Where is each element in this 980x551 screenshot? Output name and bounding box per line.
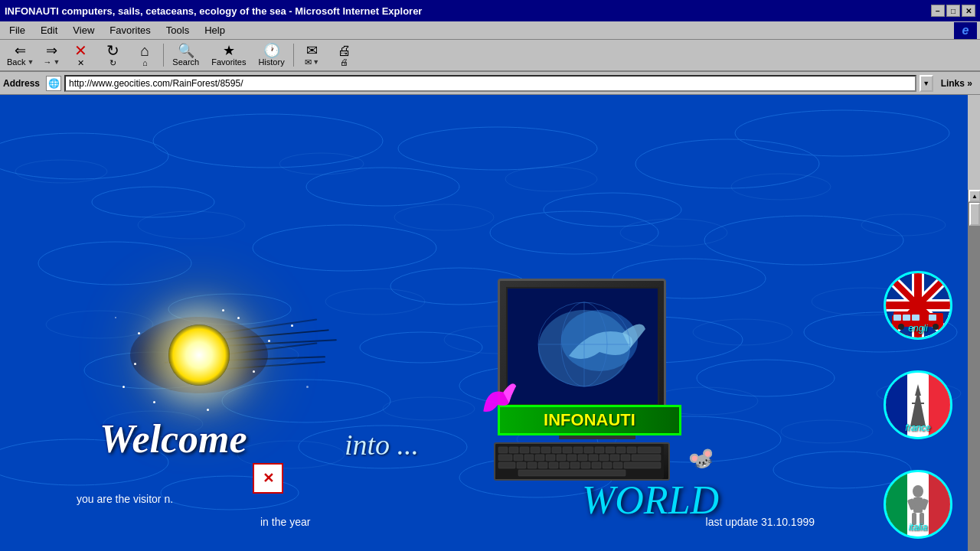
- svg-rect-59: [498, 447, 508, 453]
- glowing-orb: [168, 324, 230, 386]
- minimize-button[interactable]: −: [931, 5, 945, 17]
- france-flag: france: [886, 373, 950, 437]
- svg-point-122: [913, 485, 923, 497]
- infonauti-banner[interactable]: INFONAUTI: [498, 405, 681, 435]
- forward-nav: ⇒ → ▼: [39, 41, 64, 70]
- title-bar: INFONAUTI computers, sails, cetaceans, e…: [0, 0, 980, 21]
- english-button[interactable]: engli: [884, 271, 952, 340]
- water-ripples: [0, 95, 968, 551]
- broken-image: ✕: [253, 463, 283, 494]
- svg-rect-69: [606, 447, 615, 453]
- menu-help[interactable]: Help: [198, 23, 231, 37]
- svg-point-49: [781, 420, 873, 443]
- svg-rect-0: [0, 95, 968, 551]
- print-button[interactable]: 🖨 🖨: [329, 41, 360, 70]
- svg-rect-72: [638, 447, 661, 453]
- menu-tools[interactable]: Tools: [160, 23, 195, 37]
- dolphin-on-screen: [508, 287, 658, 406]
- scroll-up-button[interactable]: ▲: [969, 190, 980, 202]
- svg-rect-90: [549, 462, 558, 468]
- scroll-track[interactable]: [969, 202, 980, 551]
- svg-rect-116: [929, 315, 936, 321]
- menu-bar: File Edit View Favorites Tools Help e: [0, 21, 980, 40]
- svg-point-1: [0, 133, 168, 179]
- window-controls: − □ ✕: [931, 5, 975, 17]
- sparkle-9: [207, 409, 209, 411]
- close-button[interactable]: ✕: [962, 5, 975, 17]
- svg-rect-86: [498, 462, 515, 468]
- svg-rect-77: [546, 455, 555, 461]
- mail-button[interactable]: ✉ ✉ ▼: [297, 41, 328, 70]
- svg-point-6: [544, 193, 681, 227]
- svg-point-18: [360, 332, 482, 363]
- svg-point-111: [898, 324, 904, 330]
- italia-button[interactable]: italia: [884, 470, 952, 539]
- scrollbar-right[interactable]: ▲ ▼: [968, 190, 980, 551]
- svg-rect-115: [912, 315, 920, 321]
- search-button[interactable]: 🔍 Search: [167, 41, 204, 70]
- svg-rect-96: [613, 462, 622, 468]
- sparkle-8: [134, 363, 136, 365]
- bird-svg: [470, 374, 524, 428]
- menu-favorites[interactable]: Favorites: [103, 23, 156, 37]
- svg-rect-93: [581, 462, 590, 468]
- address-dropdown[interactable]: ▼: [920, 75, 933, 92]
- svg-point-21: [697, 360, 835, 396]
- svg-rect-63: [541, 447, 550, 453]
- sparkle-7: [268, 340, 270, 342]
- scroll-thumb[interactable]: [969, 203, 980, 226]
- svg-point-46: [383, 397, 475, 420]
- refresh-icon: ↻: [106, 43, 119, 58]
- svg-rect-67: [584, 447, 593, 453]
- svg-rect-60: [509, 447, 518, 453]
- back-nav: ⇐ Back ▼: [3, 41, 38, 70]
- links-button[interactable]: Links »: [936, 77, 977, 90]
- english-label: engli: [908, 323, 927, 334]
- mail-icon: ✉: [306, 44, 318, 57]
- svg-rect-95: [603, 462, 612, 468]
- svg-point-8: [735, 110, 949, 156]
- world-text: WORLD: [582, 478, 719, 523]
- stop-icon: ✕: [74, 43, 87, 58]
- svg-rect-84: [621, 455, 630, 461]
- stop-button[interactable]: ✕ ✕: [65, 41, 96, 70]
- svg-point-35: [731, 174, 831, 200]
- sparkle-11: [115, 317, 116, 318]
- content-wrapper: Welcome into ...: [0, 95, 980, 551]
- svg-rect-76: [535, 455, 544, 461]
- svg-point-2: [92, 187, 214, 217]
- home-button[interactable]: ⌂ ⌂: [129, 41, 160, 70]
- svg-rect-97: [624, 462, 661, 468]
- svg-point-15: [704, 216, 903, 265]
- history-button[interactable]: 🕐 History: [253, 41, 289, 70]
- france-button[interactable]: france: [884, 370, 952, 439]
- computer-graphic: [490, 279, 704, 508]
- menu-view[interactable]: View: [67, 23, 100, 37]
- water-background: [0, 95, 968, 551]
- maximize-button[interactable]: □: [946, 5, 960, 17]
- menu-file[interactable]: File: [3, 23, 31, 37]
- svg-point-31: [279, 153, 364, 174]
- refresh-button[interactable]: ↻ ↻: [97, 41, 128, 70]
- svg-point-37: [46, 311, 153, 338]
- title-text: INFONAUTI computers, sails, cetaceans, e…: [5, 5, 422, 17]
- forward-button[interactable]: ⇒ → ▼: [39, 41, 64, 70]
- web-content: Welcome into ...: [0, 95, 968, 551]
- favorites-button[interactable]: ★ Favorites: [206, 41, 251, 70]
- back-button[interactable]: ⇐ Back ▼: [3, 41, 38, 70]
- keyboard: [494, 442, 670, 481]
- toolbar-separator-1: [163, 44, 164, 67]
- svg-rect-81: [589, 455, 598, 461]
- svg-rect-83: [610, 455, 619, 461]
- svg-rect-64: [552, 447, 561, 453]
- last-update-text: last update 31.10.1999: [706, 516, 815, 528]
- svg-point-4: [306, 168, 459, 206]
- visitor-text: you are the visitor n.: [77, 493, 173, 505]
- year-text: in the year: [260, 516, 310, 528]
- address-input[interactable]: [64, 75, 916, 92]
- bird-silhouette: [470, 374, 524, 434]
- svg-rect-113: [893, 315, 901, 321]
- sparkle-6: [153, 401, 155, 403]
- menu-edit[interactable]: Edit: [34, 23, 64, 37]
- svg-rect-62: [531, 447, 540, 453]
